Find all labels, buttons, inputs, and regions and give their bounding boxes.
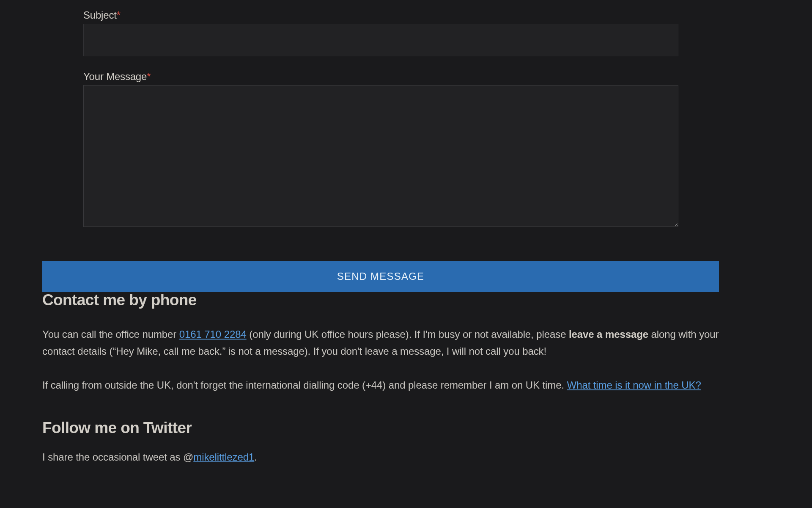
message-label-text: Your Message [83, 71, 147, 82]
twitter-heading: Follow me on Twitter [42, 419, 719, 437]
phone-paragraph-1: You can call the office number 0161 710 … [42, 326, 719, 360]
subject-field[interactable] [83, 24, 678, 56]
send-message-button[interactable]: SEND MESSAGE [42, 261, 719, 292]
uk-time-link[interactable]: What time is it now in the UK? [567, 379, 701, 391]
twitter-handle-link[interactable]: mikelittlezed1 [193, 451, 254, 463]
leave-message-bold: leave a message [569, 329, 648, 340]
required-mark: * [117, 9, 121, 21]
twitter-p-b: . [254, 451, 257, 463]
phone-number-link[interactable]: 0161 710 2284 [179, 329, 247, 340]
subject-label-text: Subject [83, 9, 117, 21]
phone-p1-b: (only during UK office hours please). If… [247, 329, 569, 340]
message-field[interactable] [83, 85, 678, 227]
phone-paragraph-2: If calling from outside the UK, don't fo… [42, 377, 719, 394]
required-mark: * [147, 71, 151, 82]
message-label: Your Message* [83, 71, 678, 83]
phone-heading: Contact me by phone [42, 291, 719, 309]
phone-p2-a: If calling from outside the UK, don't fo… [42, 379, 567, 391]
twitter-p-a: I share the occasional tweet as @ [42, 451, 193, 463]
phone-p1-a: You can call the office number [42, 329, 179, 340]
twitter-paragraph: I share the occasional tweet as @mikelit… [42, 449, 719, 466]
subject-label: Subject* [83, 9, 678, 21]
